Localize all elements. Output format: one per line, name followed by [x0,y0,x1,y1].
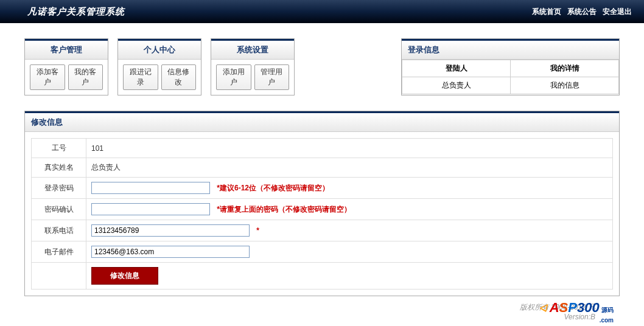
password-confirm-hint: *请重复上面的密码（不修改密码请留空） [217,205,351,213]
login-header-detail: 我的详情 [511,60,619,77]
password-hint: *建议6-12位（不修改密码请留空） [217,184,329,192]
label-id: 工号 [32,139,86,158]
nav-logout[interactable]: 安全退出 [603,7,632,17]
login-user-value: 总负责人 [402,77,511,94]
login-header-user: 登陆人 [402,60,511,77]
login-info-box: 登录信息 登陆人 我的详情 总负责人 我的信息 [401,38,620,95]
nav-home[interactable]: 系统首页 [532,7,561,17]
tab-customer-mgmt: 客户管理 添加客户 我的客户 [24,38,108,95]
password-confirm-input[interactable] [91,203,210,215]
add-user-button[interactable]: 添加用户 [216,64,251,90]
login-detail-link[interactable]: 我的信息 [511,77,619,94]
main-content: 客户管理 添加客户 我的客户 个人中心 跟进记录 信息修改 系统设置 添加用户 … [0,23,644,326]
asp300-logo: ᐊ ASP300 源码.com [539,300,614,324]
tab-personal-center: 个人中心 跟进记录 信息修改 [117,38,201,95]
my-customer-button[interactable]: 我的客户 [68,64,103,90]
version-text: Version:B [24,313,595,321]
edit-info-button[interactable]: 信息修改 [161,64,197,90]
tab-title: 个人中心 [118,39,201,60]
phone-hint: * [256,226,259,235]
module-tabs-row: 客户管理 添加客户 我的客户 个人中心 跟进记录 信息修改 系统设置 添加用户 … [24,38,620,95]
label-password: 登录密码 [32,178,86,199]
app-title: 凡诺客户关系管理系统 [27,6,125,18]
email-input[interactable] [91,246,250,258]
login-info-table: 登陆人 我的详情 总负责人 我的信息 [402,60,619,94]
label-password-confirm: 密码确认 [32,199,86,220]
flame-icon: ᐊ [539,302,547,314]
submit-button[interactable]: 修改信息 [91,267,158,285]
password-input[interactable] [91,182,210,194]
header-nav: 系统首页 系统公告 安全退出 [532,7,632,17]
modify-info-panel: 修改信息 工号 101 真实姓名 总负责人 登录密码 *建议6-12位（不修改密… [24,111,620,296]
app-header: 凡诺客户关系管理系统 系统首页 系统公告 安全退出 [0,0,644,23]
label-phone: 联系电话 [32,220,86,241]
label-email: 电子邮件 [32,241,86,263]
tab-system-settings: 系统设置 添加用户 管理用户 [211,38,295,95]
footer: 版权所有 2008-2012 凡 Version:B ᐊ ASP300 源码.c… [24,296,620,321]
value-realname: 总负责人 [86,158,613,178]
login-info-title: 登录信息 [402,39,619,60]
add-customer-button[interactable]: 添加客户 [30,64,65,90]
form-table: 工号 101 真实姓名 总负责人 登录密码 *建议6-12位（不修改密码请留空）… [31,138,613,290]
nav-notice[interactable]: 系统公告 [567,7,597,17]
label-submit [32,263,86,290]
tab-title: 客户管理 [25,39,108,60]
copyright-text: 版权所有 2008-2012 凡 [24,302,595,313]
followup-button[interactable]: 跟进记录 [123,64,158,90]
phone-input[interactable] [91,224,250,237]
tab-title: 系统设置 [211,39,294,60]
panel-title: 修改信息 [25,111,619,132]
value-id: 101 [86,139,613,158]
label-realname: 真实姓名 [32,158,86,178]
manage-user-button[interactable]: 管理用户 [254,64,290,90]
